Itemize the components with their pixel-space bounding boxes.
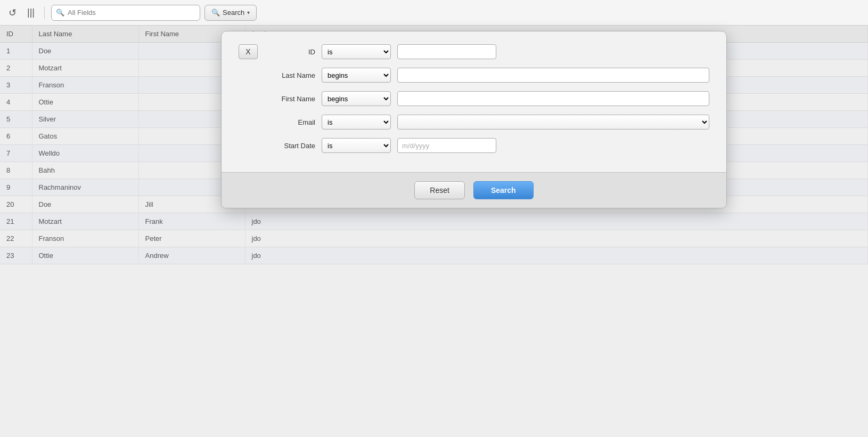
dropdown-arrow-icon: ▾ bbox=[247, 10, 250, 15]
search-button-label: Search bbox=[223, 9, 244, 17]
value-input-date[interactable] bbox=[397, 138, 496, 153]
popup-field-row: Start Dateisis notbeforeafter bbox=[262, 138, 709, 153]
field-label-start-date: Start Date bbox=[262, 142, 315, 150]
field-label-email: Email bbox=[262, 118, 315, 126]
reset-button[interactable]: Reset bbox=[414, 181, 465, 199]
search-popup: X IDisis notless thangreater thanLast Na… bbox=[221, 31, 727, 208]
toolbar-separator bbox=[44, 6, 45, 19]
value-input-last-name[interactable] bbox=[397, 68, 709, 83]
search-field-icon: 🔍 bbox=[56, 9, 64, 17]
search-dropdown-button[interactable]: 🔍 Search ▾ bbox=[204, 5, 257, 21]
operator-select-id[interactable]: isis notless thangreater than bbox=[322, 44, 391, 59]
close-button[interactable]: X bbox=[239, 44, 258, 59]
popup-field-row: Last Namebeginscontainsisends bbox=[262, 68, 709, 83]
popup-field-row: First Namebeginscontainsisends bbox=[262, 91, 709, 106]
operator-select-last-name[interactable]: beginscontainsisends bbox=[322, 68, 391, 83]
search-execute-button[interactable]: Search bbox=[473, 181, 534, 199]
operator-select-start-date[interactable]: isis notbeforeafter bbox=[322, 138, 391, 153]
popup-body: X IDisis notless thangreater thanLast Na… bbox=[222, 31, 726, 172]
popup-footer: Reset Search bbox=[222, 172, 726, 208]
refresh-icon[interactable]: ↺ bbox=[5, 5, 20, 21]
value-input-id[interactable] bbox=[397, 44, 496, 59]
value-select-email[interactable] bbox=[397, 115, 709, 130]
search-icon: 🔍 bbox=[211, 9, 220, 17]
field-label-id: ID bbox=[262, 48, 315, 56]
toolbar: ↺ ||| 🔍 🔍 Search ▾ bbox=[0, 0, 868, 26]
field-label-last-name: Last Name bbox=[262, 71, 315, 79]
popup-field-row: IDisis notless thangreater than bbox=[262, 44, 709, 59]
operator-select-email[interactable]: isis notbeginscontains bbox=[322, 115, 391, 130]
value-input-first-name[interactable] bbox=[397, 91, 709, 106]
operator-select-first-name[interactable]: beginscontainsisends bbox=[322, 91, 391, 106]
popup-field-row: Emailisis notbeginscontains bbox=[262, 115, 709, 130]
popup-top-row: X IDisis notless thangreater thanLast Na… bbox=[239, 44, 709, 161]
search-input[interactable] bbox=[68, 9, 195, 17]
search-field-wrapper: 🔍 bbox=[51, 5, 200, 21]
popup-caret bbox=[252, 31, 266, 32]
columns-icon[interactable]: ||| bbox=[24, 5, 38, 20]
popup-fields: IDisis notless thangreater thanLast Name… bbox=[262, 44, 709, 161]
field-label-first-name: First Name bbox=[262, 95, 315, 103]
